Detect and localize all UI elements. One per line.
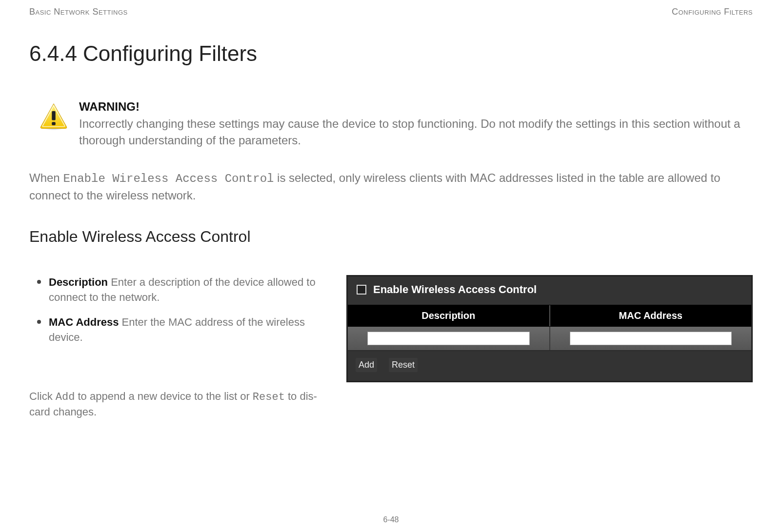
panel-input-row [348,327,751,351]
running-header-left: Basic Network Settings [29,7,128,17]
svg-rect-2 [52,122,56,125]
add-button[interactable]: Add [356,358,377,372]
mac-cell [550,327,752,350]
warning-text: WARNING! Incorrectly changing these sett… [79,100,753,148]
svg-rect-1 [52,111,56,120]
bullet-label: Description [49,276,108,288]
reset-button[interactable]: Reset [389,358,418,372]
panel-header-row: Description MAC Address [348,305,751,327]
page-title: 6.4.4 Configuring Filters [29,41,753,66]
description-cell [348,327,549,350]
column-header-mac: MAC Address [550,305,752,326]
intro-paragraph: When Enable Wireless Access Control is s… [29,170,753,203]
list-item: Description Enter a description of the d… [49,275,332,305]
after-bullets-paragraph: Click Add to append a new device to the … [29,389,332,420]
two-column-layout: Description Enter a description of the d… [29,275,753,420]
running-header-right: Configuring Filters [672,7,753,17]
warning-body: Incorrectly changing these settings may … [79,116,753,148]
code-add: Add [56,391,75,403]
panel-top-row: Enable Wireless Access Control [348,276,751,305]
code-reset: Reset [253,391,285,403]
warning-callout: WARNING! Incorrectly changing these sett… [29,100,753,148]
page-number: 6-48 [0,515,782,524]
column-header-description: Description [348,305,549,326]
intro-prefix: When [29,171,63,184]
warning-icon [39,100,68,133]
access-control-panel: Enable Wireless Access Control Descripti… [346,275,753,382]
left-column: Description Enter a description of the d… [29,275,332,420]
enable-access-control-label: Enable Wireless Access Control [373,283,537,296]
panel-button-row: Add Reset [348,351,751,381]
bullet-list: Description Enter a description of the d… [29,275,332,345]
list-item: MAC Address Enter the MAC address of the… [49,315,332,345]
intro-code: Enable Wireless Access Control [63,172,274,185]
right-column: Enable Wireless Access Control Descripti… [346,275,753,382]
mac-address-input[interactable] [570,332,732,345]
bullet-label: MAC Address [49,316,119,328]
section-subhead: Enable Wireless Access Control [29,228,753,246]
description-input[interactable] [367,332,530,345]
enable-access-control-checkbox[interactable] [357,285,366,295]
running-header: Basic Network Settings Configuring Filte… [29,7,753,17]
warning-title: WARNING! [79,100,753,114]
